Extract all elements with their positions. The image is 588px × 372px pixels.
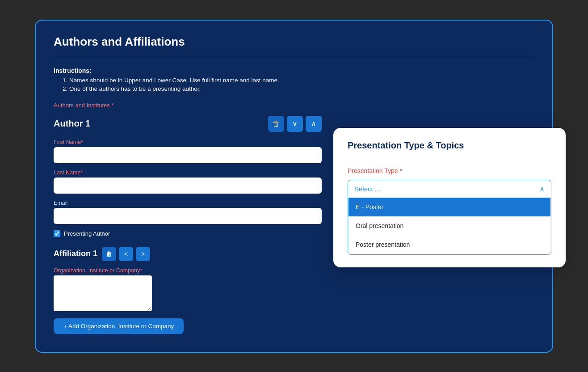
instruction-item-2: One of the authors has to be a presentin… <box>63 85 534 92</box>
affiliation-title: Affiliation 1 <box>54 249 97 258</box>
select-header[interactable]: Select ... ∧ <box>348 180 551 198</box>
affiliation-prev-button[interactable]: < <box>119 247 133 261</box>
instruction-item-1: Names should be in Upper and Lower Case.… <box>63 77 534 84</box>
trash-icon: 🗑 <box>106 250 112 258</box>
section-divider <box>54 57 534 57</box>
author-down-button[interactable]: ∨ <box>287 116 303 132</box>
add-org-button[interactable]: + Add Organization, Institute or Company <box>54 318 184 334</box>
org-group: Organization, Institute or Company* <box>54 267 322 311</box>
email-group: Email <box>54 200 322 224</box>
author-section: Author 1 🗑 ∨ ∧ First Name* <box>54 116 322 334</box>
last-name-label: Last Name* <box>54 169 322 176</box>
org-label: Organization, Institute or Company* <box>54 267 322 274</box>
authors-institutes-label: Authors and Institutes * <box>54 102 534 109</box>
first-name-input[interactable] <box>54 147 322 163</box>
last-name-input[interactable] <box>54 178 322 194</box>
affiliation-buttons: 🗑 < > <box>102 247 150 261</box>
author-buttons: 🗑 ∨ ∧ <box>268 116 322 132</box>
org-input[interactable] <box>54 275 152 311</box>
author-up-button[interactable]: ∧ <box>306 116 322 132</box>
author-header: Author 1 🗑 ∨ ∧ <box>54 116 322 132</box>
affiliation-header: Affiliation 1 🗑 < > <box>54 247 322 261</box>
popup-divider <box>348 158 551 158</box>
instructions-block: Instructions: Names should be in Upper a… <box>54 67 534 92</box>
affiliation-next-button[interactable]: > <box>136 247 150 261</box>
select-placeholder: Select ... <box>354 185 380 193</box>
last-name-group: Last Name* <box>54 169 322 194</box>
first-name-label: First Name* <box>54 139 322 145</box>
dropdown-list: E - Poster Oral presentation Poster pres… <box>348 198 551 254</box>
presentation-type-select[interactable]: Select ... ∧ E - Poster Oral presentatio… <box>348 180 551 255</box>
presentation-type-label: Presentation Type * <box>348 167 551 174</box>
trash-icon: 🗑 <box>273 120 280 128</box>
instructions-list: Names should be in Upper and Lower Case.… <box>54 77 534 92</box>
authors-panel: Authors and Affiliations Instructions: N… <box>35 20 553 353</box>
option-oral-presentation[interactable]: Oral presentation <box>349 216 550 235</box>
option-e-poster[interactable]: E - Poster <box>349 198 550 216</box>
email-input[interactable] <box>54 208 322 224</box>
chevron-up-icon: ∧ <box>311 119 316 128</box>
page-title: Authors and Affiliations <box>54 35 534 49</box>
presenting-author-label: Presenting Author <box>64 230 110 237</box>
main-wrapper: Authors and Affiliations Instructions: N… <box>35 20 553 353</box>
presentation-popup: Presentation Type & Topics Presentation … <box>333 128 566 267</box>
chevron-left-icon: < <box>124 250 128 258</box>
first-name-group: First Name* <box>54 139 322 163</box>
popup-title: Presentation Type & Topics <box>348 140 551 151</box>
presenting-author-row: Presenting Author <box>54 230 322 237</box>
chevron-right-icon: > <box>141 250 145 258</box>
chevron-down-icon: ∨ <box>292 119 298 128</box>
author-delete-button[interactable]: 🗑 <box>268 116 284 132</box>
affiliation-delete-button[interactable]: 🗑 <box>102 247 116 261</box>
presenting-author-checkbox[interactable] <box>54 230 60 237</box>
author-title: Author 1 <box>54 118 90 129</box>
email-label: Email <box>54 200 322 206</box>
chevron-up-icon: ∧ <box>539 185 545 193</box>
option-poster-presentation[interactable]: Poster presentation <box>349 235 550 254</box>
instructions-label: Instructions: <box>54 67 534 74</box>
